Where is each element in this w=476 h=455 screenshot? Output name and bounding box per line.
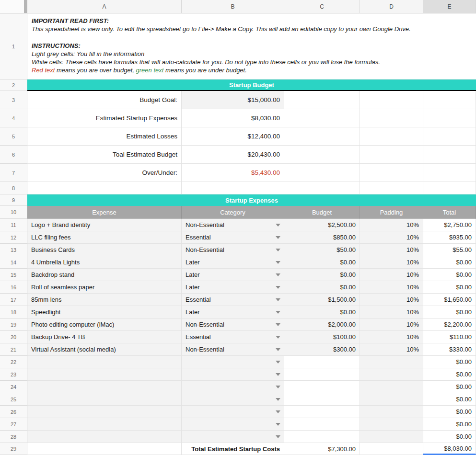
expense-name-cell[interactable]: 4 Umbrella Lights	[27, 256, 182, 269]
budget-cell[interactable]	[284, 381, 360, 393]
category-cell[interactable]	[182, 381, 284, 393]
row-header-25[interactable]: 25	[0, 393, 27, 406]
empty-cell[interactable]	[284, 91, 360, 109]
estimated-losses-value[interactable]: $12,400.00	[182, 127, 284, 146]
padding-cell[interactable]: 10%	[360, 244, 423, 256]
row-header-28[interactable]: 28	[0, 431, 27, 443]
row-header-5[interactable]: 5	[0, 127, 27, 146]
empty-cell[interactable]	[360, 443, 423, 455]
budget-cell[interactable]: $1,500.00	[284, 294, 360, 306]
expense-name-cell[interactable]	[27, 368, 182, 381]
budget-cell[interactable]: $0.00	[284, 256, 360, 269]
budget-goal-label[interactable]: Budget Goal:	[27, 91, 182, 109]
empty-cell[interactable]	[423, 109, 476, 127]
empty-cell[interactable]	[284, 127, 360, 146]
padding-cell[interactable]: 10%	[360, 219, 423, 231]
expense-name-cell[interactable]	[27, 381, 182, 393]
row-header-12[interactable]: 12	[0, 231, 27, 244]
row-header-9[interactable]: 9	[0, 194, 27, 206]
column-header-d[interactable]: D	[360, 0, 423, 13]
total-cell[interactable]: $0.00	[423, 381, 476, 393]
over-under-label[interactable]: Over/Under:	[27, 164, 182, 182]
category-cell[interactable]	[182, 368, 284, 381]
budget-cell[interactable]	[284, 393, 360, 406]
row-header-11[interactable]: 11	[0, 219, 27, 231]
expense-name-cell[interactable]	[27, 356, 182, 368]
column-header-b[interactable]: B	[182, 0, 284, 13]
total-cell[interactable]: $0.00	[423, 281, 476, 294]
empty-cell[interactable]	[27, 443, 182, 455]
budget-cell[interactable]	[284, 406, 360, 418]
row-header-4[interactable]: 4	[0, 109, 27, 127]
total-cell[interactable]: $110.00	[423, 331, 476, 343]
budget-cell[interactable]: $50.00	[284, 244, 360, 256]
category-cell[interactable]	[182, 418, 284, 431]
over-under-value[interactable]: $5,430.00	[182, 164, 284, 182]
total-costs-label[interactable]: Total Estimated Startup Costs	[182, 443, 284, 455]
row-header-1[interactable]: 1	[0, 13, 27, 80]
category-cell[interactable]: Essential	[182, 331, 284, 343]
expense-name-cell[interactable]: Backdrop stand	[27, 269, 182, 281]
total-budget-value[interactable]: $7,300.00	[284, 443, 360, 455]
category-cell[interactable]: Non-Essential	[182, 343, 284, 356]
expense-name-cell[interactable]: Photo editing computer (iMac)	[27, 318, 182, 331]
expense-name-cell[interactable]	[27, 418, 182, 431]
padding-cell[interactable]	[360, 381, 423, 393]
total-cell[interactable]: $0.00	[423, 269, 476, 281]
expense-name-cell[interactable]: Logo + Brand identity	[27, 219, 182, 231]
budget-cell[interactable]: $0.00	[284, 269, 360, 281]
budget-cell[interactable]: $0.00	[284, 306, 360, 318]
row-header-23[interactable]: 23	[0, 368, 27, 381]
expense-name-cell[interactable]: Speedlight	[27, 306, 182, 318]
row-header-22[interactable]: 22	[0, 356, 27, 368]
padding-cell[interactable]	[360, 418, 423, 431]
budget-cell[interactable]	[284, 418, 360, 431]
empty-cell[interactable]	[423, 146, 476, 164]
padding-cell[interactable]: 10%	[360, 256, 423, 269]
dropdown-arrow-icon[interactable]	[276, 423, 280, 426]
total-cell[interactable]: $330.00	[423, 343, 476, 356]
category-cell[interactable]	[182, 406, 284, 418]
expense-name-cell[interactable]: LLC filing fees	[27, 231, 182, 244]
row-header-7[interactable]: 7	[0, 164, 27, 182]
row-header-6[interactable]: 6	[0, 146, 27, 164]
row-header-17[interactable]: 17	[0, 294, 27, 306]
category-cell[interactable]	[182, 431, 284, 443]
budget-cell[interactable]: $2,500.00	[284, 219, 360, 231]
row-header-16[interactable]: 16	[0, 281, 27, 294]
category-cell[interactable]: Later	[182, 281, 284, 294]
empty-cell[interactable]	[284, 146, 360, 164]
total-estimated-budget-label[interactable]: Toal Estimated Budget	[27, 146, 182, 164]
dropdown-arrow-icon[interactable]	[276, 336, 280, 339]
header-expense[interactable]: Expense	[27, 206, 182, 219]
empty-cell[interactable]	[284, 182, 360, 194]
padding-cell[interactable]: 10%	[360, 269, 423, 281]
row-header-21[interactable]: 21	[0, 343, 27, 356]
column-header-e[interactable]: E	[423, 0, 476, 13]
empty-cell[interactable]	[360, 182, 423, 194]
row-header-24[interactable]: 24	[0, 381, 27, 393]
category-cell[interactable]	[182, 356, 284, 368]
total-cell[interactable]: $0.00	[423, 368, 476, 381]
estimated-losses-label[interactable]: Estimated Losses	[27, 127, 182, 146]
category-cell[interactable]: Later	[182, 269, 284, 281]
empty-cell[interactable]	[360, 109, 423, 127]
empty-cell[interactable]	[423, 182, 476, 194]
padding-cell[interactable]	[360, 406, 423, 418]
padding-cell[interactable]: 10%	[360, 343, 423, 356]
budget-cell[interactable]: $2,000.00	[284, 318, 360, 331]
row-header-10[interactable]: 10	[0, 206, 27, 219]
category-cell[interactable]	[182, 393, 284, 406]
empty-cell[interactable]	[360, 164, 423, 182]
expense-name-cell[interactable]	[27, 406, 182, 418]
empty-cell[interactable]	[423, 164, 476, 182]
row-header-20[interactable]: 20	[0, 331, 27, 343]
instructions-cell[interactable]: IMPORTANT READ FIRST: This spreadsheet i…	[27, 13, 476, 80]
row-header-8[interactable]: 8	[0, 182, 27, 194]
padding-cell[interactable]: 10%	[360, 231, 423, 244]
dropdown-arrow-icon[interactable]	[276, 435, 280, 438]
category-cell[interactable]: Essential	[182, 294, 284, 306]
dropdown-arrow-icon[interactable]	[276, 323, 280, 326]
empty-cell[interactable]	[360, 127, 423, 146]
total-cell[interactable]: $55.00	[423, 244, 476, 256]
